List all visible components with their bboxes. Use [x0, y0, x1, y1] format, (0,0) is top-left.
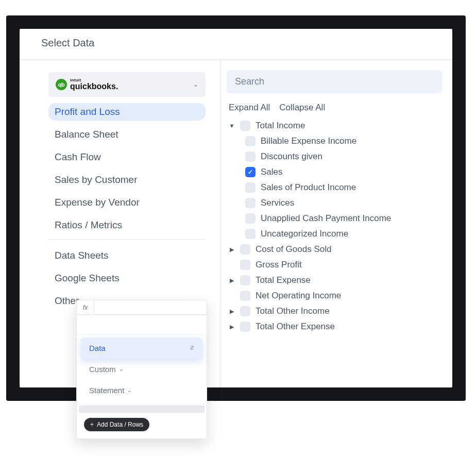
quickbooks-badge-icon: qb	[56, 79, 67, 90]
nav-item-sales-by-customer[interactable]: Sales by Customer	[48, 171, 206, 189]
panel-header: Select Data	[20, 29, 452, 60]
popover-item-custom[interactable]: Custom⌄	[81, 359, 202, 380]
checkbox[interactable]	[240, 306, 250, 316]
checkbox[interactable]	[240, 291, 250, 301]
fx-icon[interactable]: fx	[77, 300, 94, 314]
nav-primary: Profit and LossBalance SheetCash FlowSal…	[48, 103, 206, 234]
chevron-down-icon: ⌄	[127, 387, 131, 393]
tree-row[interactable]: ▶Total Other Expense	[227, 319, 438, 334]
tree-row[interactable]: Sales	[227, 164, 438, 180]
source-picker[interactable]: qb intuit quickbooks. ⌄	[48, 72, 206, 97]
tree-row[interactable]: Sales of Product Income	[227, 180, 438, 195]
quickbooks-logo: qb intuit quickbooks.	[56, 78, 118, 91]
tree-row[interactable]: Billable Expense Income	[227, 133, 438, 149]
tree-label: Gross Profit	[256, 260, 302, 270]
tree-label: Total Other Income	[256, 306, 330, 316]
tree-label: Unapplied Cash Payment Income	[261, 213, 391, 224]
account-tree[interactable]: ▼Total IncomeBillable Expense IncomeDisc…	[227, 118, 442, 387]
tree-label: Net Operating Income	[256, 291, 341, 301]
tree-row[interactable]: ▶Net Operating Income	[227, 288, 438, 303]
nav-item-google-sheets[interactable]: Google Sheets	[48, 269, 206, 287]
quickbooks-text: intuit quickbooks.	[70, 78, 118, 91]
formula-input[interactable]	[94, 300, 207, 314]
tree-row[interactable]: Unapplied Cash Payment Income	[227, 211, 438, 226]
checkbox[interactable]	[240, 275, 250, 285]
tree-row[interactable]: Discounts given	[227, 149, 438, 164]
panel-title: Select Data	[41, 37, 440, 49]
caret-down-icon[interactable]: ▼	[229, 123, 235, 129]
caret-right-icon[interactable]: ▶	[229, 308, 235, 315]
checkbox[interactable]	[240, 322, 250, 332]
checkbox[interactable]	[245, 229, 256, 239]
popover-gray-bar	[79, 406, 205, 413]
checkbox[interactable]	[240, 260, 250, 270]
search-input[interactable]	[227, 70, 442, 93]
checkbox[interactable]	[240, 244, 250, 255]
add-data-rows-label: Add Data / Rows	[97, 421, 143, 428]
checkbox[interactable]	[245, 167, 256, 177]
formula-bar-row: fx	[77, 300, 207, 315]
tree-label: Total Other Expense	[256, 322, 335, 332]
nav-item-profit-and-loss[interactable]: Profit and Loss	[48, 103, 206, 121]
popover-item-label: Data	[89, 344, 106, 352]
outer-frame: Select Data qb intuit quickbooks. ⌄ Prof…	[6, 15, 466, 401]
tree-row[interactable]: Services	[227, 195, 438, 211]
nav-separator	[48, 239, 206, 240]
tree-label: Cost of Goods Sold	[256, 244, 331, 255]
tree-row[interactable]: ▶Cost of Goods Sold	[227, 242, 438, 257]
right-column: Expand All Collapse All ▼Total IncomeBil…	[220, 60, 452, 387]
plus-icon: +	[90, 421, 94, 428]
tree-label: Sales	[261, 167, 283, 177]
caret-right-icon[interactable]: ▶	[229, 277, 235, 284]
checkbox[interactable]	[245, 151, 256, 162]
popover-menu: Data⇵Custom⌄Statement⌄	[81, 337, 202, 401]
add-data-rows-button[interactable]: + Add Data / Rows	[84, 418, 149, 431]
sort-icon: ⇵	[190, 345, 194, 351]
popover-item-label: Custom	[89, 365, 116, 374]
tree-label: Total Expense	[256, 275, 311, 285]
tree-label: Billable Expense Income	[261, 136, 356, 146]
caret-right-icon[interactable]: ▶	[229, 324, 235, 330]
tree-label: Discounts given	[261, 151, 322, 162]
popover-item-statement[interactable]: Statement⌄	[81, 380, 202, 401]
popover-spacer	[77, 315, 207, 334]
checkbox[interactable]	[245, 136, 256, 146]
nav-item-balance-sheet[interactable]: Balance Sheet	[48, 126, 206, 143]
popover-item-data[interactable]: Data⇵	[81, 337, 202, 359]
checkbox[interactable]	[245, 198, 256, 208]
expand-all-button[interactable]: Expand All	[229, 103, 270, 113]
tree-row[interactable]: ▶Total Other Income	[227, 303, 438, 319]
checkbox[interactable]	[245, 213, 256, 224]
checkbox[interactable]	[240, 121, 250, 131]
popover-item-label: Statement	[89, 386, 124, 395]
tree-actions: Expand All Collapse All	[227, 93, 442, 118]
chevron-down-icon: ⌄	[193, 81, 198, 88]
nav-item-ratios-metrics[interactable]: Ratios / Metrics	[48, 216, 206, 234]
tree-label: Total Income	[256, 121, 305, 131]
tree-row[interactable]: ▶Total Expense	[227, 273, 438, 288]
nav-item-expense-by-vendor[interactable]: Expense by Vendor	[48, 194, 206, 211]
nav-item-cash-flow[interactable]: Cash Flow	[48, 148, 206, 166]
tree-row[interactable]: ▼Total Income	[227, 118, 438, 133]
quickbooks-name: quickbooks.	[70, 82, 118, 91]
tree-row[interactable]: Uncategorized Income	[227, 226, 438, 242]
tree-label: Uncategorized Income	[261, 229, 348, 239]
tree-label: Services	[261, 198, 294, 208]
add-data-popover: fx Data⇵Custom⌄Statement⌄ + Add Data / R…	[76, 300, 207, 439]
collapse-all-button[interactable]: Collapse All	[279, 103, 325, 113]
checkbox[interactable]	[245, 182, 256, 193]
chevron-down-icon: ⌄	[119, 366, 123, 372]
caret-right-icon[interactable]: ▶	[229, 246, 235, 253]
tree-label: Sales of Product Income	[261, 182, 356, 193]
nav-item-data-sheets[interactable]: Data Sheets	[48, 247, 206, 264]
tree-row[interactable]: ▶Gross Profit	[227, 257, 438, 273]
popover-divider	[79, 404, 205, 404]
